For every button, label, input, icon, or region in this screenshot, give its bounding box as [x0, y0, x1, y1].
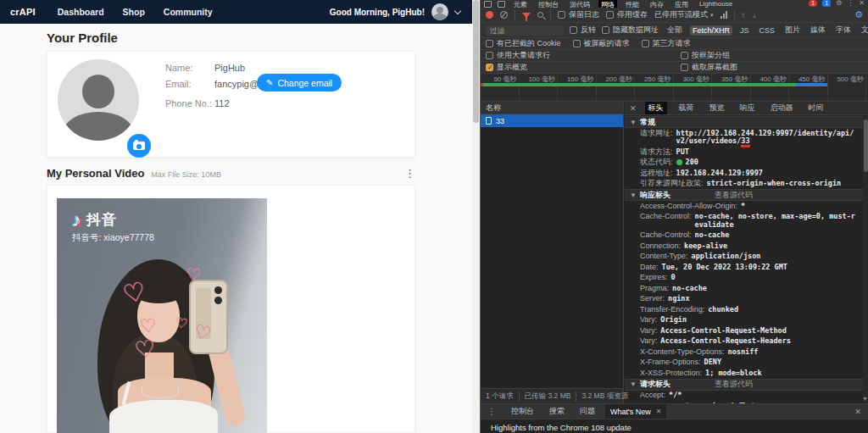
resource-type-chip[interactable]: 文档	[859, 24, 868, 36]
inspect-icon[interactable]	[484, 1, 492, 8]
devtools-tab[interactable]: Lighthouse	[697, 0, 735, 8]
request-url-row: 请求网址: http://192.168.244.129:9997/identi…	[625, 128, 863, 147]
headers-detail-body[interactable]: ▼ 常规 请求网址: http://192.168.244.129:9997/i…	[625, 116, 863, 403]
preserve-log-checkbox[interactable]: 保留日志	[558, 9, 599, 20]
resource-type-chip[interactable]: 全部	[665, 24, 685, 36]
header-row: Vary: Access-Control-Request-Headers	[625, 336, 863, 347]
details-tab[interactable]: 预览	[706, 102, 728, 114]
whats-new-content[interactable]: Highlights from the Chrome 108 update	[481, 419, 868, 433]
app-scrollbar-thumb[interactable]	[473, 0, 479, 123]
details-tab[interactable]: 载荷	[676, 102, 698, 114]
show-overview-checkbox[interactable]: 显示概览	[486, 62, 527, 73]
details-scrollbar-thumb[interactable]	[864, 119, 868, 172]
details-scrollbar[interactable]: ▼	[863, 116, 868, 403]
error-count-badge[interactable]: 1	[809, 0, 817, 7]
change-picture-button[interactable]	[127, 134, 151, 158]
checkbox-icon	[642, 40, 649, 47]
name-row: Name: PigHub	[165, 63, 245, 73]
view-source-link[interactable]: 查看源代码	[715, 379, 753, 390]
resource-type-chip[interactable]: JS	[737, 25, 752, 36]
invert-checkbox[interactable]: 反转	[570, 25, 596, 36]
request-list-name-header[interactable]: 名称	[481, 102, 623, 114]
header-name: X-Content-Type-Options:	[640, 348, 725, 357]
drawer-tab[interactable]: What's New	[605, 404, 666, 419]
request-headers-section-header[interactable]: ▼ 请求标头 查看源代码	[625, 379, 863, 391]
app-brand[interactable]: crAPI	[10, 7, 36, 17]
request-row-selected[interactable]: 33	[481, 114, 623, 127]
drawer-tab[interactable]: 搜索	[544, 404, 570, 419]
view-source-link[interactable]: 查看源代码	[715, 190, 753, 201]
capture-screenshots-checkbox[interactable]: 截取屏幕截图	[681, 62, 737, 73]
disable-cache-checkbox[interactable]: 停用缓存	[606, 9, 648, 20]
resource-type-chip[interactable]: 媒体	[808, 24, 828, 36]
devtools-tab[interactable]: 性能	[623, 0, 642, 8]
header-value: 1; mode=block	[705, 369, 762, 378]
device-toolbar-icon[interactable]	[498, 1, 505, 8]
cookie-filter-checkbox[interactable]: 被屏蔽的请求	[573, 38, 630, 49]
annotated-video-id: 33	[741, 136, 749, 147]
options-row-2: 显示概览 截取屏幕截图	[481, 62, 868, 74]
network-settings-gear-icon[interactable]: ⚙	[854, 10, 863, 19]
chevron-down-icon[interactable]	[454, 7, 461, 14]
search-icon[interactable]	[537, 12, 543, 18]
drawer-tab[interactable]: 问题	[575, 404, 600, 419]
details-tab[interactable]: 启动器	[767, 102, 797, 114]
more-options-icon[interactable]: ⋮	[847, 0, 854, 7]
user-avatar[interactable]	[431, 3, 448, 20]
resource-type-chip[interactable]: 图片	[782, 24, 803, 36]
details-tab[interactable]: 时间	[805, 102, 827, 114]
export-har-icon[interactable]: ↓	[753, 11, 757, 19]
drawer-more-icon[interactable]: ⋮	[487, 407, 496, 416]
import-har-icon[interactable]: ↑	[742, 11, 746, 19]
devtools-tab[interactable]: 源代码	[567, 0, 593, 8]
cookie-filter-checkbox[interactable]: 第三方请求	[642, 38, 691, 49]
drawer-tab[interactable]: 控制台	[506, 404, 539, 419]
resource-type-chip[interactable]: 字体	[833, 24, 854, 36]
big-request-rows-checkbox[interactable]: 使用大量请求行	[486, 50, 550, 61]
scroll-down-arrow-icon[interactable]: ▼	[862, 396, 868, 402]
response-headers-section-header[interactable]: ▼ 响应标头 查看源代码	[625, 189, 863, 201]
devtools-tab[interactable]: 网络	[598, 0, 617, 8]
issues-count-badge[interactable]: 1	[822, 0, 831, 7]
devtools-tab[interactable]: 内存	[648, 0, 666, 8]
drawer-tabbar: ⋮ 控制台搜索问题What's New ✕	[481, 404, 868, 419]
nav-user-area[interactable]: Good Morning, PigHub!	[330, 3, 460, 20]
header-name: Vary:	[640, 316, 657, 325]
close-drawer-icon[interactable]: ✕	[854, 408, 861, 416]
header-name: Vary:	[640, 327, 657, 336]
hide-data-urls-checkbox[interactable]: 隐藏数据网址	[602, 25, 659, 36]
nav-link[interactable]: Shop	[123, 7, 145, 17]
video-thumbnail[interactable]: 抖音 抖音号: xiaoye77778	[57, 198, 267, 433]
record-icon[interactable]	[486, 11, 493, 19]
resource-type-chip[interactable]: Fetch/XHR	[690, 25, 732, 36]
network-conditions-icon[interactable]	[721, 11, 727, 19]
details-tab[interactable]: 标头	[645, 102, 667, 114]
devtools-tab[interactable]: 控制台	[536, 0, 561, 8]
clear-icon[interactable]	[500, 11, 508, 19]
details-tab[interactable]: 响应	[737, 102, 759, 114]
settings-gear-icon[interactable]: ⚙	[836, 0, 842, 7]
filter-input[interactable]	[486, 25, 564, 36]
change-email-button[interactable]: ✎ Change email	[257, 74, 342, 92]
app-scrollbar[interactable]	[472, 0, 480, 433]
filter-funnel-icon[interactable]	[522, 13, 531, 18]
video-menu-kebab-icon[interactable]: ⋮	[404, 168, 415, 179]
header-name: X-XSS-Protection:	[640, 369, 702, 378]
nav-link[interactable]: Dashboard	[58, 7, 104, 17]
devtools-tabbar-right: 1 1 ⚙ ⋮ ✕	[809, 0, 865, 7]
throttling-select[interactable]: 已停用节流模式 ▾	[654, 9, 714, 20]
header-value: keep-alive	[684, 242, 727, 251]
close-devtools-icon[interactable]: ✕	[859, 0, 865, 7]
general-section-header[interactable]: ▼ 常规	[625, 116, 863, 128]
devtools-tab[interactable]: 元素	[511, 0, 530, 8]
network-overview-timeline[interactable]: 50 毫秒100 毫秒150 毫秒200 毫秒250 毫秒300 毫秒350 毫…	[481, 74, 868, 102]
close-details-icon[interactable]: ✕	[630, 104, 637, 113]
group-by-frame-checkbox[interactable]: 按框架分组	[681, 50, 730, 61]
checkbox-icon	[486, 40, 493, 47]
nav-link[interactable]: Community	[164, 7, 213, 17]
devtools-tab[interactable]: 应用	[672, 0, 691, 8]
cookie-filter-checkbox[interactable]: 有已拦截的 Cookie	[486, 38, 561, 49]
capture-screenshots-label: 截取屏幕截图	[692, 62, 737, 73]
resource-type-chip[interactable]: CSS	[757, 25, 778, 36]
disable-cache-label: 停用缓存	[617, 9, 648, 20]
